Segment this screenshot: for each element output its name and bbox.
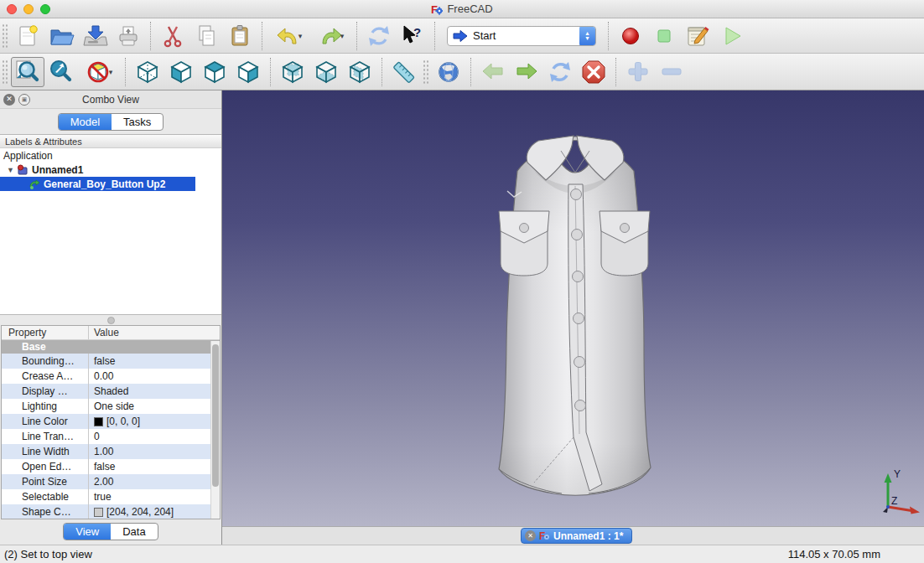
toolbar-drag-handle[interactable] [2,23,8,49]
redo-button[interactable]: ▾ [309,21,351,51]
view-top-button[interactable] [198,57,231,87]
property-value[interactable]: [0, 0, 0] [89,416,220,427]
save-button[interactable] [78,21,112,51]
cut-button[interactable] [156,21,189,51]
property-group-base[interactable]: Base [2,340,220,354]
property-row[interactable]: Bounding… false [2,354,220,369]
tab-model[interactable]: Model [59,114,112,130]
macro-record-icon [617,23,644,49]
panel-splitter[interactable] [0,315,221,325]
view-front-button[interactable] [164,57,198,87]
property-grid-header: Property Value [2,326,220,340]
freecad-doc-icon: F [539,530,550,541]
property-value[interactable]: One side [89,400,220,412]
draw-style-dropdown-arrow[interactable]: ▾ [109,68,113,76]
property-row[interactable]: Open Ed… false [2,459,220,474]
tab-view[interactable]: View [64,524,111,540]
paste-button[interactable] [223,21,257,51]
measure-ruler-icon [390,58,418,86]
splitter-handle-icon[interactable] [107,317,115,324]
undo-dropdown-arrow[interactable]: ▾ [298,32,303,40]
status-dimensions: 114.05 x 70.05 mm [788,548,880,560]
measure-distance-button[interactable] [387,57,421,87]
property-row[interactable]: Point Size 2.00 [2,474,220,489]
tree-root-label: Application [3,150,53,162]
zoom-in-button[interactable] [621,57,655,87]
mdi-tab-unnamed1[interactable]: ✕ F Unnamed1 : 1* [521,528,632,544]
property-value[interactable]: Shaded [89,385,220,397]
viewport-3d[interactable]: Y Z [222,90,924,526]
tree-item-document[interactable]: ▼ Unnamed1 [0,163,221,177]
undo-button[interactable]: ▾ [267,21,309,51]
view-right-button[interactable] [231,57,265,87]
new-document-button[interactable] [11,21,44,51]
print-button[interactable] [112,21,145,51]
tab-data[interactable]: Data [111,524,157,540]
whats-this-button[interactable]: ? [396,21,429,51]
zoom-selection-button[interactable] [44,57,78,87]
macro-stop-button[interactable] [647,21,681,51]
combo-view-header: ✕ ▣ Combo View [0,90,221,109]
property-value[interactable]: false [89,461,220,473]
expand-triangle-icon[interactable]: ▼ [7,166,17,174]
view-left-button[interactable] [343,57,376,87]
web-browser-button[interactable] [432,57,465,87]
property-row[interactable]: Line Width 1.00 [2,444,220,459]
close-window-button[interactable] [7,4,17,14]
new-document-icon [14,23,41,49]
property-value[interactable]: 1.00 [89,446,220,457]
nav-refresh-button[interactable] [543,57,577,87]
property-value[interactable]: 2.00 [89,476,220,488]
scrollbar-thumb[interactable] [212,344,219,487]
whats-this-cursor-icon: ? [399,23,426,49]
view-bottom-button[interactable] [309,57,343,87]
minimize-window-button[interactable] [23,4,34,14]
view-rear-button[interactable] [276,57,309,87]
property-scrollbar[interactable] [210,341,220,519]
toolbar-drag-handle[interactable] [2,59,8,85]
web-globe-icon [434,58,463,86]
property-row[interactable]: Crease A… 0.00 [2,369,220,384]
tab-close-icon[interactable]: ✕ [525,530,536,541]
nav-stop-button[interactable] [577,57,610,87]
property-value[interactable]: false [89,355,220,367]
titlebar: F FreeCAD [0,0,924,18]
panel-close-icon[interactable]: ✕ [3,94,15,106]
property-value[interactable]: [204, 204, 204] [89,506,220,518]
panel-float-icon[interactable]: ▣ [18,94,30,106]
tree-root-application[interactable]: Application [0,148,221,163]
tree-item-selected[interactable]: General_Boy_Button Up2 [0,177,195,191]
zoom-out-button[interactable] [655,57,688,87]
copy-icon [193,23,220,49]
property-value[interactable]: true [89,491,220,503]
tab-tasks[interactable]: Tasks [112,114,163,130]
svg-text:F: F [539,530,545,541]
macro-execute-button[interactable] [714,21,748,51]
panel-title: Combo View [0,94,221,106]
property-row[interactable]: Lighting One side [2,399,220,414]
nav-forward-button[interactable] [510,57,543,87]
property-value[interactable]: 0.00 [89,370,220,382]
copy-button[interactable] [189,21,223,51]
view-axonometric-button[interactable] [131,57,164,87]
draw-style-button[interactable]: ▾ [78,57,120,87]
axis-z-label: Z [891,495,897,507]
property-row[interactable]: Line Tran… 0 [2,429,220,444]
macro-record-button[interactable] [614,21,647,51]
fit-all-button[interactable] [11,57,44,87]
property-row[interactable]: Line Color [0, 0, 0] [2,414,220,429]
property-row[interactable]: Selectable true [2,489,220,504]
toolbar-drag-handle[interactable] [423,59,429,85]
macro-edit-button[interactable] [681,21,714,51]
redo-dropdown-arrow[interactable]: ▾ [340,32,345,40]
minus-icon [657,58,686,86]
zoom-window-button[interactable] [40,4,50,14]
property-row-clipped[interactable]: Shape C… [204, 204, 204] [2,504,220,519]
property-value[interactable]: 0 [89,431,220,442]
property-row[interactable]: Display … Shaded [2,384,220,399]
workbench-selector[interactable]: Start ▲▼ [447,26,596,46]
refresh-button[interactable] [362,21,396,51]
workbench-dropdown-stepper[interactable]: ▲▼ [579,26,595,46]
open-file-button[interactable] [44,21,78,51]
nav-back-button[interactable] [476,57,510,87]
